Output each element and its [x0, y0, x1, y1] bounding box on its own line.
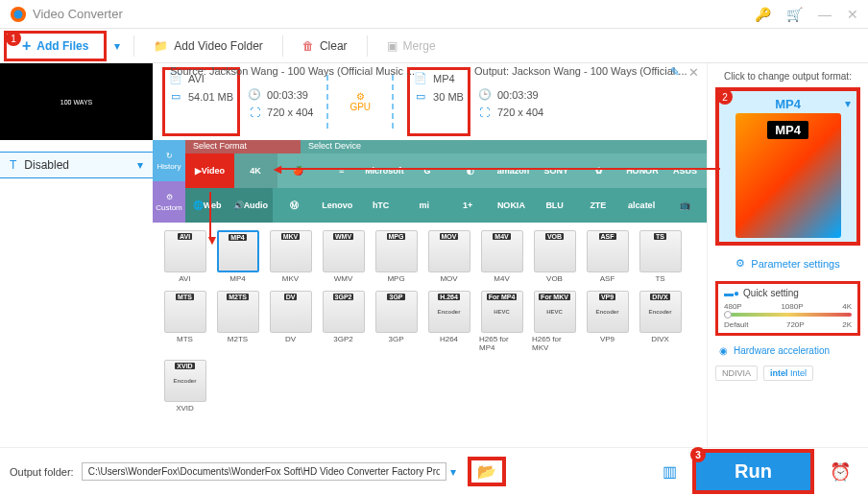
remove-file-button[interactable]: ✕ — [688, 65, 699, 80]
thumb-text: 100 WAYS — [60, 99, 92, 106]
brand-microsoft[interactable]: Microsoft — [363, 153, 406, 188]
brand-huawei[interactable]: ✿ — [578, 153, 621, 188]
video-thumbnail[interactable]: 100 WAYS — [0, 63, 153, 140]
source-header: Source: Jackson Wang - 100 Ways (Officia… — [170, 65, 415, 77]
gpu-icon: ⚙GPU — [350, 91, 371, 112]
brand-lenovo[interactable]: Lenovo — [316, 188, 359, 223]
quality-slider[interactable] — [724, 313, 852, 317]
brand-htc[interactable]: hTC — [359, 188, 402, 223]
brand-oneplus[interactable]: 1+ — [446, 188, 490, 223]
output-format-selector[interactable]: 2 ▾ MP4 MP4 — [715, 87, 860, 246]
brand-zte[interactable]: ZTE — [576, 188, 619, 223]
chip-icon: ◉ — [719, 345, 728, 356]
format-tile-m4v[interactable]: M4V M4V — [479, 230, 524, 283]
format-tile-m2ts[interactable]: M2TS M2TS — [215, 291, 260, 352]
scale-480p: 480P — [724, 302, 742, 311]
subtitle-dropdown[interactable]: T Disabled ▾ — [0, 152, 153, 178]
brand-tv[interactable]: 📺 — [663, 188, 707, 223]
format-tile-mts[interactable]: MTS MTS — [162, 291, 207, 352]
close-window-button[interactable]: ✕ — [847, 7, 858, 22]
edit-output-button[interactable]: ✎ — [670, 65, 680, 79]
key-icon[interactable]: 🔑 — [755, 7, 771, 22]
path-dropdown[interactable]: ▾ — [446, 465, 460, 479]
history-tab[interactable]: ↻History — [153, 140, 185, 181]
format-tile-ts[interactable]: TS TS — [638, 230, 683, 283]
cart-icon[interactable]: 🛒 — [786, 7, 803, 22]
add-video-folder-button[interactable]: 📁 Add Video Folder — [144, 35, 273, 57]
disabled-label: Disabled — [24, 158, 69, 172]
web-category-tab[interactable]: 🌐 Web — [185, 188, 229, 223]
scale-2k: 2K — [842, 320, 852, 329]
parameter-settings-button[interactable]: ⚙ Parameter settings — [715, 251, 860, 275]
format-tile-vob[interactable]: VOB VOB — [532, 230, 577, 283]
output-folder-label: Output folder: — [10, 466, 74, 478]
param-label: Parameter settings — [751, 258, 839, 270]
format-label: H264 — [440, 335, 458, 343]
file-info-bar: Source: Jackson Wang - 100 Ways (Officia… — [153, 63, 707, 140]
source-format-box: 📄AVI ▭54.01 MB — [162, 67, 240, 136]
format-tile-divx[interactable]: DIVXEncoder DIVX — [638, 291, 683, 352]
format-tile-mpg[interactable]: MPG MPG — [374, 230, 419, 283]
annotation-arrow-1 — [278, 168, 720, 170]
brand-amazon[interactable]: amazon — [492, 153, 535, 188]
video-category-tab[interactable]: ▶ Video — [185, 153, 234, 188]
hardware-accel-toggle[interactable]: ◉ Hardware acceleration — [715, 342, 860, 360]
format-tile-h265-for-mp4[interactable]: For MP4HEVC H265 for MP4 — [479, 291, 524, 352]
browse-folder-button[interactable]: 📂 — [468, 457, 506, 486]
output-folder-path[interactable] — [82, 462, 446, 481]
schedule-button[interactable]: ⏰ — [822, 461, 858, 483]
format-tile-vp9[interactable]: VP9Encoder VP9 — [585, 291, 630, 352]
brand-sony[interactable]: SONY — [535, 153, 578, 188]
titlebar: Video Converter 🔑 🛒 — ✕ — [0, 0, 868, 29]
brand-alcatel[interactable]: alcatel — [620, 188, 663, 223]
brand-honor[interactable]: HONOR — [621, 153, 664, 188]
format-tile-wmv[interactable]: WMV WMV — [321, 230, 366, 283]
format-tile-avi[interactable]: AVI AVI — [162, 230, 207, 283]
brand-nokia[interactable]: NOKIA — [490, 188, 533, 223]
format-tile-h264[interactable]: H.264Encoder H264 — [426, 291, 471, 352]
bullet-icon: ▬● — [724, 288, 739, 298]
dash-separator — [326, 75, 328, 129]
custom-tab[interactable]: ⚙Custom — [153, 181, 185, 223]
slider-knob[interactable] — [724, 311, 732, 318]
format-tile-h265-for-mkv[interactable]: For MKVHEVC H265 for MKV — [532, 291, 577, 352]
step-2-badge: 2 — [717, 89, 733, 105]
scale-720p: 720P — [786, 320, 805, 329]
history-label: History — [157, 162, 181, 171]
minimize-button[interactable]: — — [818, 7, 832, 22]
brand-blu[interactable]: BLU — [533, 188, 576, 223]
select-device-header: Select Device — [301, 140, 707, 153]
clock-icon: 🕒 — [248, 88, 261, 101]
clear-button[interactable]: 🗑 Clear — [293, 35, 357, 57]
add-files-dropdown[interactable]: ▾ — [110, 39, 124, 53]
batch-icon[interactable]: ▥ — [655, 462, 685, 481]
format-tile-3gp2[interactable]: 3GP2 3GP2 — [321, 291, 366, 352]
brand-samsung[interactable]: ≡ — [320, 153, 363, 188]
format-label: WMV — [334, 274, 353, 283]
output-format-name: MP4 — [775, 97, 801, 111]
format-label: MOV — [440, 274, 457, 283]
format-tile-mov[interactable]: MOV MOV — [426, 230, 471, 283]
run-button[interactable]: 3 Run — [692, 449, 814, 494]
format-tile-3gp[interactable]: 3GP 3GP — [374, 291, 419, 352]
brand-moto[interactable]: Ⓜ — [273, 188, 316, 223]
add-files-label: Add Files — [36, 39, 88, 53]
format-label: XVID — [176, 404, 194, 412]
format-tile-xvid[interactable]: XVIDEncoder XVID — [162, 360, 207, 412]
text-icon: T — [10, 158, 16, 172]
format-label: AVI — [179, 274, 190, 283]
format-tile-asf[interactable]: ASF ASF — [585, 230, 630, 283]
brand-xiaomi[interactable]: mi — [402, 188, 446, 223]
brand-google[interactable]: G — [406, 153, 449, 188]
format-tile-mp4[interactable]: MP4 MP4 — [215, 230, 260, 283]
output-format: MP4 — [433, 73, 455, 84]
brand-lg[interactable]: ◐ — [449, 153, 493, 188]
output-format-image: MP4 — [735, 113, 841, 238]
audio-category-tab[interactable]: 🔊 Audio — [229, 188, 272, 223]
merge-button[interactable]: ▣ Merge — [377, 35, 446, 57]
source-duration: 00:03:39 — [267, 89, 308, 101]
format-tile-mkv[interactable]: MKV MKV — [268, 230, 313, 283]
format-tile-dv[interactable]: DV DV — [268, 291, 313, 352]
brand-asus[interactable]: ASUS — [663, 153, 707, 188]
quick-label: Quick setting — [743, 288, 799, 298]
